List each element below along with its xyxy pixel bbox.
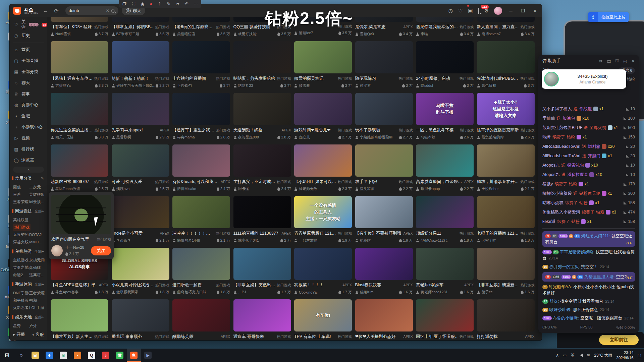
clear-search-icon[interactable]: ✕ [106,8,109,13]
live-card[interactable]: 乌啦不拉乱斗下棋一区，黑色乱斗下棋热门游戏乌啦本辣2.6 万 [416,93,474,140]
live-card[interactable]: 【通宵车】重生之我…热门游戏冉冉mama2.8 万 [172,93,230,140]
category-link-主机游戏[interactable]: 主机游戏 [13,256,29,264]
search-icon[interactable] [111,9,115,13]
live-card[interactable]: 遇见你是我最幸运的…热门游戏李喵3.4 万 [416,17,474,37]
live-card[interactable]: 玩不了游戏啦热门游戏李姥姥的奇妙冒险lili2.7 万 [355,93,413,140]
live-card[interactable]: 小双儿真可怜让我抱…热门游戏傲琪跟我回家1.8 万 [112,248,169,295]
sidebar-item-首页[interactable]: ⌂首页 [10,44,47,55]
taskbar-app-Chrome[interactable]: ◉ [56,349,70,362]
live-card[interactable]: 黄老师+双妹车APEX黄老师cncq12311.6 万 [416,248,474,295]
user-avatar[interactable] [494,7,502,15]
live-card[interactable]: 游戏时间❤鹿心儿❤热门游戏鹿心儿2.7 万 [294,93,352,140]
footer-客服[interactable]: ◖ 客服 [32,332,44,338]
live-card[interactable]: 天道酬勤！练枪APEX夜莺星座8882.8 万 [233,93,291,140]
sidebar-item-历史[interactable]: ◷历史 [10,30,47,41]
taskbar-app-Edge[interactable]: e [42,349,56,362]
tray-expand-icon[interactable]: ∧ [556,353,559,358]
taskbar-app-直播伴侣[interactable]: ▶ [141,349,155,362]
more-icon[interactable]: ⋯ [194,0,198,8]
live-card[interactable]: 【老6玩的生存游戏…热门游戏吴悟唔悟吾3.5 万 [172,17,230,37]
live-card[interactable]: 【有车位】不要被吓到哦APEX肥脸绀1.9 万 [355,196,413,243]
sidebar-item-全部直播[interactable]: ▢全部直播 [10,55,47,66]
sidebar-item-小游戏中心[interactable]: ◔小游戏中心 [10,122,47,133]
taskbar-app-Firefox[interactable]: ◗ [70,349,85,362]
live-card[interactable]: 先学习再来apex!APEX是雪歌啊2.9 万 [112,93,169,140]
category-link-王者荣耀[interactable]: 王者荣耀 [29,289,45,297]
notification-icon[interactable]: ▢ [638,353,641,358]
live-card[interactable]: 【非常互娱】新人主…热门游戏 [51,299,108,340]
close-icon[interactable]: ✕ [631,59,635,64]
eraser-icon[interactable]: ▱ [176,0,179,8]
live-card[interactable]: 咕咕蛋：剪头发啦哈哈热门游戏咕咕丸233 万 [233,41,291,88]
category-link-永劫无间[interactable]: 永劫无间 [29,256,45,264]
target-icon[interactable]: ◎ [623,59,627,64]
taskbar-app-文件夹[interactable]: ▣ [28,349,42,362]
live-card[interactable]: 打打派勿扰APEX [477,299,535,340]
record-icon[interactable]: ● [150,0,152,8]
douyu-logo-icon[interactable] [13,7,21,15]
back-icon[interactable]: ← [42,8,49,14]
live-card[interactable]: 你见过这么菜的主播…热门游戏闹天、无情3.0 万 [51,93,108,140]
live-card[interactable]: 【非常互娱】你的BB…热门游戏BZ米米可二姐3.6 万 [112,17,169,37]
sidebar-item-视频[interactable]: ▷视频 [10,133,47,144]
sidebar-item-关注[interactable]: ♡关注18 [10,19,47,30]
search-input[interactable] [69,8,104,13]
category-link-英雄联盟[interactable]: 英雄联盟 [13,216,29,224]
live-card[interactable]: 萌新！萌新！萌新！热门游戏好好学习天天向上652…3.2 万 [112,41,169,88]
lock-icon[interactable]: ⚿ [615,58,619,64]
taskbar-app-开始[interactable]: ⊞ [0,349,14,362]
category-link-LOL手游[interactable]: LOL手游 [29,304,45,311]
taskbar-app-微信[interactable]: 微 [113,349,127,362]
close-button[interactable]: ✕ [532,8,538,13]
live-card[interactable]: 主打真实，不定时成…热门游戏阿卡怪2.4 万 [233,144,291,191]
category-link-逃离塔…[interactable]: 逃离塔… [29,271,45,279]
live-card[interactable]: 通宵车 哥哥快来热门游戏 [233,299,291,340]
undo-icon[interactable]: ↶ [184,0,188,8]
category-link-穿越火线[interactable]: 穿越火线 [13,238,29,246]
live-card[interactable]: 【非常互娱】突然出…热门游戏、PJ1.7 万 [233,248,291,295]
tray-display-icon[interactable]: ▭ [563,353,567,358]
maximize-button[interactable]: ❒ [520,8,526,13]
see-all-link[interactable]: 全部+ [35,315,44,320]
volume-icon[interactable] [579,354,583,357]
live-card[interactable]: ❤位❤人美枪刚心态好APEX [355,299,413,340]
see-all-link[interactable]: 全部+ [35,249,44,254]
live-card[interactable]: 有车位!TPP 有车位 上车说!热门游戏 [294,299,352,340]
now-playing-card[interactable]: 34+35 (Explicit) Ariana Grande [542,69,626,89]
category-link-无畏契约[interactable]: 无畏契约 [13,231,29,238]
taskbar-app-搜索[interactable]: ○ [14,349,28,362]
ime-indicator[interactable]: 英 [571,353,575,358]
live-card[interactable]: 冲冲冲！！！！！…热门游戏懒惰的梦14482.1 万 [172,196,230,243]
live-card[interactable]: 随便玩练习热门游戏何罗罗3 万 [355,41,413,88]
live-card[interactable]: 【有车位】KD3+ 猛妹热门游戏Navii雪饼3.7 万 [51,17,108,37]
live-card[interactable]: 24小时魔修、启动热门游戏隐sddsf3 万 [416,41,474,88]
live-card[interactable]: 是偶尔,菜是常态APEX雪碧Qv03.4 万 [355,17,413,37]
category-link-命运2[interactable]: 命运2 [13,271,29,279]
pen-icon[interactable]: ✎ [167,0,170,8]
sidebar-item-页游中心[interactable]: ◍页游中心 [10,100,47,111]
taskbar-app-QQ[interactable]: Q [85,349,99,362]
sidebar-item-赛事[interactable]: ♕赛事 [10,88,47,100]
live-card[interactable]: 倾雪的探灵笔记热门游戏倾雪酱3 万 [294,41,352,88]
live-card[interactable]: Blast春决决赛APEX猫姐Kim1.6 万 [355,248,413,295]
category-link-英勇之地[interactable]: 英勇之地 [13,264,29,271]
taskbar-app-斗鱼[interactable]: 鱼 [127,349,141,362]
collapse-chevron-icon[interactable]: ∧ [13,167,44,173]
live-card[interactable]: uncle是个小可爱APEX李茶茶李2.1 万 [112,196,169,243]
category-link-lol云顶…[interactable]: lol云顶… [29,198,45,205]
category-link-DOTA2[interactable]: DOTA2 [29,231,45,238]
clock[interactable]: 23:14 2024/6/16 [616,350,633,360]
live-card[interactable]: 播着玩 事事顺心热门游戏 [112,299,169,340]
live-card[interactable]: 糟糕，川渝暴龙在开…热门游戏于悦Sober2.1 万 [477,144,535,191]
messages-icon[interactable]: 112 [478,8,479,14]
history-clock-icon[interactable]: ◷ [448,8,453,14]
live-card[interactable]: 【非常互娱】请重新…热门游戏菌子cc1.6 万 [477,248,535,295]
refresh-icon[interactable]: ⟳ [53,8,60,14]
live-card[interactable]: 1111的直播间 12136377APEX陈小伙子0412 万 [233,196,291,243]
live-card[interactable]: 酬勤练英雄APEX [172,299,230,340]
search-box[interactable]: ✕ [65,6,118,15]
sidebar-item-鱼吧[interactable]: ◖鱼吧 [10,111,47,122]
category-link-星秀[interactable]: 星秀 [13,322,29,329]
live-card[interactable]: 老橙子的直播间 121…热门游戏老橙子哇1.8 万 [477,196,535,243]
favorites-heart-icon[interactable]: ♡ [458,8,463,14]
